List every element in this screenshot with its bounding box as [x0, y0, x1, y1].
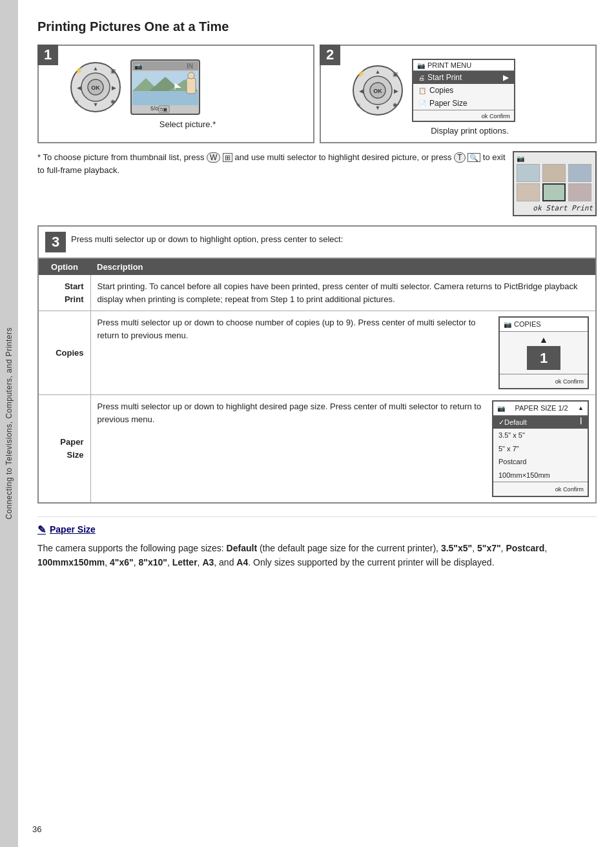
- paper-size-desc-cell: Press multi selector up or down to highl…: [90, 395, 595, 502]
- table-row: Copies Press multi selector up or down t…: [39, 311, 595, 395]
- note-4x6: 4"x6": [110, 557, 134, 567]
- step2-caption: Display print options.: [351, 126, 589, 136]
- copies-screen-footer: ok Confirm: [500, 374, 588, 388]
- svg-text:☀: ☀: [74, 99, 79, 105]
- note-5x7: 5"x7": [477, 543, 501, 553]
- paper-row-content: Press multi selector up or down to highl…: [98, 400, 590, 497]
- print-menu-screen: 📷 PRINT MENU 🖨 Start Print ▶ 📋: [412, 59, 515, 122]
- svg-text:5/: 5/: [150, 105, 156, 112]
- svg-text:◀: ◀: [359, 88, 364, 94]
- svg-text:✱: ✱: [110, 99, 116, 105]
- table-row: StartPrint Start printing. To cancel bef…: [39, 275, 595, 311]
- thumb-3: [568, 164, 591, 182]
- print-menu-footer: ok Confirm: [413, 110, 514, 121]
- svg-text:▶: ▶: [112, 85, 116, 91]
- svg-text:◀: ◀: [77, 85, 81, 91]
- svg-text:⚡: ⚡: [357, 70, 365, 78]
- paper-size-description: Press multi selector up or down to highl…: [98, 400, 485, 425]
- copies-value: 1: [527, 346, 560, 370]
- thumbnail-screen: 📷 ok Start Print: [513, 151, 597, 216]
- svg-point-25: [188, 72, 194, 79]
- svg-text:▣: ▣: [393, 71, 398, 77]
- svg-text:▲: ▲: [93, 65, 99, 72]
- copies-description: Press multi selector up or down to choos…: [98, 316, 491, 342]
- start-print-desc: Start printing. To cancel before all cop…: [90, 275, 595, 311]
- note-100mm: 100mmx150mm: [37, 557, 105, 567]
- paper-default-item: ✓ Default ┃: [493, 416, 588, 429]
- copies-desc-cell: Press multi selector up or down to choos…: [90, 311, 595, 395]
- copies-screen-body: ▲ 1: [500, 332, 588, 374]
- print-menu-header: 📷 PRINT MENU: [413, 60, 514, 71]
- col-description: Description: [90, 259, 595, 275]
- paper-default-check: ✓: [498, 417, 504, 428]
- paper-35x5-item: 3.5" x 5": [493, 429, 588, 442]
- side-tab-text: Connecting to Televisions, Computers, an…: [5, 327, 14, 520]
- step3-instruction: Press multi selector up or down to highl…: [71, 232, 343, 244]
- table-row: PaperSize Press multi selector up or dow…: [39, 395, 595, 502]
- step3-header: 3 Press multi selector up or down to hig…: [39, 227, 595, 259]
- note-postcard: Postcard: [506, 543, 544, 553]
- copies-option: Copies: [39, 311, 90, 395]
- page-number: 36: [32, 824, 41, 834]
- svg-text:☀: ☀: [356, 102, 361, 108]
- note-35x5: 3.5"x5": [441, 543, 472, 553]
- svg-text:📷: 📷: [134, 62, 143, 70]
- svg-text:5▣: 5▣: [160, 107, 168, 112]
- camera-control-diagram: OK ▲ ▼ ◀ ▶ ⚡ ☀ ▣ ✱: [68, 60, 123, 115]
- copies-screen: 📷 COPIES ▲ 1 ok Confirm: [498, 316, 589, 389]
- copies-up-arrow: ▲: [502, 334, 585, 345]
- thumb-6: [568, 183, 591, 201]
- steps-row: 1 OK ▲ ▼ ◀ ▶: [37, 45, 597, 143]
- main-content: Printing Pictures One at a Time 1 OK: [18, 0, 616, 847]
- paper-size-screen-title: PAPER SIZE 1/2: [515, 403, 568, 414]
- paper-size-label: Paper Size: [429, 99, 467, 108]
- start-print-arrow: ▶: [503, 73, 509, 82]
- paper-size-header: 📷 PAPER SIZE 1/2 ▲: [493, 402, 588, 416]
- note-letter: Letter: [172, 557, 198, 567]
- paper-size-item: 📄 Paper Size: [413, 97, 514, 110]
- thumbnail-grid: [517, 164, 593, 201]
- thumb-2: [542, 164, 566, 182]
- step1-number: 1: [37, 45, 58, 65]
- thumbnail-header: 📷: [517, 155, 593, 162]
- note-8x10: 8"x10": [139, 557, 167, 567]
- copies-item: 📋 Copies: [413, 84, 514, 97]
- option-table: Option Description StartPrint Start prin…: [39, 259, 595, 502]
- note-a3: A3: [202, 557, 214, 567]
- svg-text:IN: IN: [187, 63, 193, 70]
- note-a4: A4: [236, 557, 248, 567]
- copies-label: Copies: [429, 86, 453, 95]
- svg-text:▶: ▶: [394, 88, 398, 94]
- svg-text:▣: ▣: [110, 68, 116, 74]
- note-icon: ✎: [37, 524, 46, 536]
- thumb-4: [517, 183, 540, 201]
- paper-default-label: Default: [504, 417, 527, 428]
- col-option: Option: [39, 259, 90, 275]
- step1-content: OK ▲ ▼ ◀ ▶ ⚡ ☀ ▣ ✱: [68, 59, 307, 116]
- thumb-1: [517, 164, 540, 182]
- note-section: ✎ Paper Size The camera supports the fol…: [37, 516, 597, 570]
- svg-text:▲: ▲: [375, 68, 381, 75]
- print-menu-title: PRINT MENU: [427, 61, 471, 69]
- thumb-5-selected: [542, 183, 566, 201]
- copies-screen-header: 📷 COPIES: [500, 318, 588, 332]
- step2-box: 2 OK ▲ ▼ ◀ ▶ ⚡ ☀ ▣ ✱: [320, 45, 597, 143]
- step1-box: 1 OK ▲ ▼ ◀ ▶: [37, 45, 314, 143]
- paper-size-screen: 📷 PAPER SIZE 1/2 ▲ ✓ Default ┃: [492, 400, 589, 497]
- svg-rect-24: [187, 78, 196, 94]
- svg-text:⚡: ⚡: [75, 66, 83, 75]
- note-text: The camera supports the following page s…: [37, 541, 597, 570]
- paper-default-scrollbar: ┃: [579, 417, 582, 428]
- svg-text:✱: ✱: [393, 102, 398, 108]
- footnote-body: To choose picture from thumbnail list, p…: [37, 152, 506, 175]
- page-title: Printing Pictures One at a Time: [37, 19, 597, 34]
- scroll-up-arrow: ▲: [578, 404, 584, 413]
- step2-camera-control: OK ▲ ▼ ◀ ▶ ⚡ ☀ ▣ ✱: [351, 63, 406, 118]
- note-title: ✎ Paper Size: [37, 524, 597, 536]
- footnote-section: * To choose picture from thumbnail list,…: [37, 151, 597, 216]
- footnote-text: * To choose picture from thumbnail list,…: [37, 151, 506, 216]
- note-title-text: Paper Size: [50, 524, 96, 535]
- step1-lcd-screen: IN 📷: [130, 59, 201, 116]
- step2-number: 2: [320, 45, 340, 65]
- svg-text:▼: ▼: [375, 105, 381, 111]
